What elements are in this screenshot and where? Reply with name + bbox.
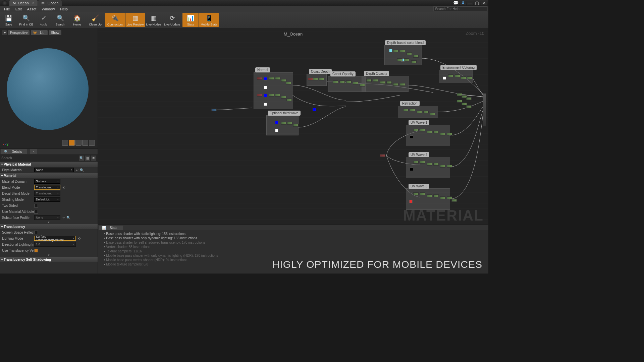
comment-label[interactable]: Environment Coloring bbox=[440, 65, 477, 70]
close-icon[interactable]: × bbox=[32, 1, 34, 5]
graph-node[interactable] bbox=[281, 79, 286, 82]
phys-material-combo[interactable]: None bbox=[34, 168, 74, 172]
graph-node[interactable] bbox=[447, 133, 452, 135]
source-icon[interactable]: ⬇ bbox=[460, 1, 466, 5]
live-preview-button[interactable]: ▦Live Preview bbox=[125, 13, 145, 27]
comment-label[interactable]: Coast Depth bbox=[309, 69, 332, 74]
graph-node[interactable] bbox=[275, 77, 280, 80]
graph-node[interactable] bbox=[269, 94, 274, 97]
section-material[interactable]: Material bbox=[0, 173, 98, 178]
minimize-button[interactable]: — bbox=[467, 1, 473, 5]
section-physical-material[interactable]: Physical Material bbox=[0, 162, 98, 167]
use-mat-attr-checkbox[interactable] bbox=[34, 210, 38, 214]
details-tab[interactable]: 🔍 Details bbox=[1, 149, 27, 154]
graph-node[interactable] bbox=[410, 109, 415, 111]
graph-node[interactable] bbox=[433, 131, 439, 133]
ssr-checkbox[interactable] bbox=[34, 231, 38, 234]
graph-node[interactable] bbox=[281, 96, 286, 99]
comment-label[interactable]: Optional third wave bbox=[268, 111, 301, 116]
reset-icon[interactable]: ⟲ bbox=[78, 237, 80, 240]
menu-help[interactable]: Help bbox=[57, 6, 70, 12]
graph-node[interactable] bbox=[440, 165, 445, 168]
grid-icon[interactable]: ▦ bbox=[85, 156, 90, 161]
search-help-input[interactable] bbox=[433, 6, 487, 11]
graph-node[interactable] bbox=[386, 81, 392, 84]
decal-blend-combo[interactable]: Translucent bbox=[34, 191, 60, 196]
viewport-perspective-button[interactable]: Perspective bbox=[8, 30, 30, 35]
two-sided-checkbox[interactable] bbox=[34, 204, 38, 207]
graph-node[interactable] bbox=[333, 80, 338, 83]
graph-node[interactable] bbox=[373, 79, 378, 82]
stats-tab[interactable]: 📊 Stats bbox=[99, 226, 123, 230]
node-swatch[interactable] bbox=[264, 77, 267, 80]
search-button[interactable]: 🔍Search bbox=[52, 13, 68, 27]
reset-icon[interactable]: ↩ bbox=[76, 168, 78, 172]
node-swatch[interactable] bbox=[264, 94, 267, 97]
tab-mi-ocean[interactable]: MI_Ocean bbox=[38, 0, 62, 6]
save-button[interactable]: 💾Save bbox=[1, 13, 17, 27]
blend-mode-combo[interactable]: Translucent bbox=[34, 185, 60, 190]
menu-file[interactable]: File bbox=[1, 6, 13, 12]
notify-icon[interactable]: 💬 bbox=[453, 1, 459, 5]
graph-node[interactable] bbox=[427, 194, 432, 197]
graph-node[interactable] bbox=[393, 50, 398, 52]
graph-node[interactable] bbox=[413, 161, 419, 164]
node-swatch[interactable] bbox=[389, 49, 392, 52]
reset-icon[interactable]: ↩ bbox=[62, 216, 65, 220]
node-swatch[interactable] bbox=[275, 129, 278, 132]
comment-label[interactable]: Refraction bbox=[400, 101, 420, 106]
browse-icon[interactable]: 🔍 bbox=[80, 168, 84, 172]
graph-node[interactable] bbox=[451, 199, 457, 202]
details-search-input[interactable] bbox=[0, 156, 77, 160]
shape-cylinder-button[interactable] bbox=[62, 140, 68, 146]
node-swatch[interactable] bbox=[264, 86, 267, 89]
graph-node[interactable] bbox=[380, 81, 385, 84]
graph-node[interactable] bbox=[413, 192, 419, 195]
graph-node[interactable] bbox=[313, 78, 318, 80]
shape-mesh-button[interactable] bbox=[89, 140, 95, 146]
graph-node[interactable] bbox=[448, 74, 453, 77]
graph-node[interactable] bbox=[423, 111, 429, 113]
search-icon[interactable]: 🔍 bbox=[79, 156, 84, 161]
find-in-cb-button[interactable]: 🔍Find in CB bbox=[17, 13, 35, 27]
expand-icon[interactable]: ▾ bbox=[0, 221, 98, 224]
sss-profile-combo[interactable]: None bbox=[34, 215, 60, 220]
viewport-show-button[interactable]: Show bbox=[49, 30, 61, 35]
graph-node[interactable] bbox=[403, 109, 409, 111]
graph-node[interactable] bbox=[447, 165, 452, 168]
viewport-menu-button[interactable]: ▾ bbox=[2, 30, 7, 35]
graph-node[interactable] bbox=[427, 131, 432, 133]
graph-node[interactable] bbox=[417, 111, 422, 113]
close-icon[interactable]: × bbox=[30, 149, 37, 154]
comment-label[interactable]: Normal bbox=[255, 67, 270, 72]
lighting-mode-combo[interactable]: Surface TranslucencyVolume bbox=[34, 236, 76, 241]
node-swatch[interactable] bbox=[443, 76, 446, 80]
graph-node[interactable] bbox=[275, 94, 280, 97]
graph-node[interactable] bbox=[462, 103, 467, 105]
graph-node[interactable] bbox=[407, 52, 412, 55]
graph-node[interactable] bbox=[211, 109, 217, 111]
node-swatch[interactable] bbox=[275, 121, 278, 124]
graph-node[interactable] bbox=[404, 58, 409, 61]
graph-node[interactable] bbox=[287, 122, 292, 125]
node-swatch[interactable] bbox=[409, 200, 413, 203]
comment-label[interactable]: Coast Opacity bbox=[330, 71, 356, 76]
graph-node[interactable] bbox=[339, 80, 345, 83]
graph-node[interactable] bbox=[455, 74, 460, 77]
node-group[interactable] bbox=[406, 188, 450, 210]
graph-node[interactable] bbox=[286, 99, 292, 101]
reset-icon[interactable]: ⟲ bbox=[62, 186, 65, 189]
maximize-button[interactable]: ▢ bbox=[474, 1, 480, 5]
graph-node[interactable] bbox=[257, 77, 262, 80]
expand-icon[interactable]: ▾ bbox=[0, 253, 98, 257]
apply-button[interactable]: ✔Apply bbox=[36, 13, 52, 27]
preview-viewport[interactable]: ▾ Perspective 🔆 Lit Show x↙y bbox=[0, 28, 98, 149]
graph-node[interactable] bbox=[413, 55, 419, 58]
eye-icon[interactable]: 👁 bbox=[91, 156, 96, 161]
graph-node[interactable] bbox=[257, 94, 262, 97]
graph-node[interactable] bbox=[433, 194, 439, 197]
graph-node[interactable] bbox=[269, 77, 274, 80]
browse-icon[interactable]: 🔍 bbox=[66, 216, 70, 220]
graph-node[interactable] bbox=[413, 129, 419, 131]
menu-window[interactable]: Window bbox=[39, 6, 57, 12]
